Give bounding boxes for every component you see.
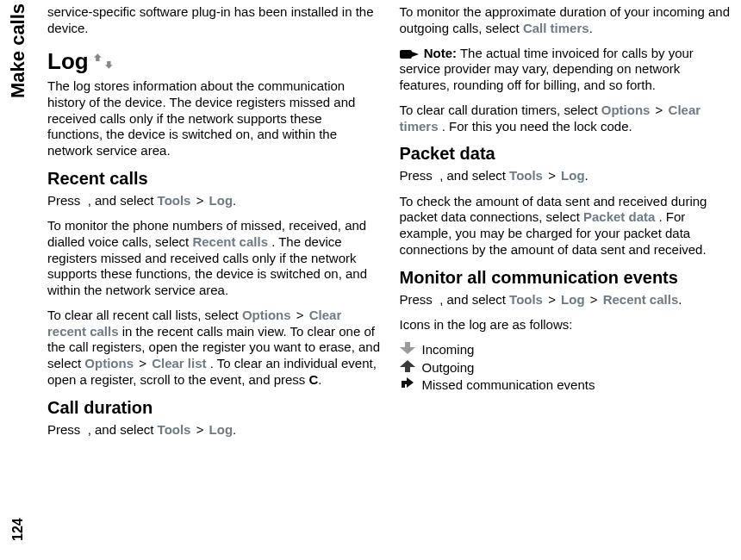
separator: > [295, 308, 306, 324]
heading-call-duration: Call duration [47, 397, 381, 419]
note-label: Note: [424, 46, 457, 60]
link-log[interactable]: Log [209, 422, 234, 437]
link-tools[interactable]: Tools [509, 168, 543, 183]
link-call-timers[interactable]: Call timers [523, 21, 589, 35]
packet-body: To check the amount of data sent and rec… [400, 194, 733, 258]
t: Press [47, 422, 84, 437]
arrow-up-icon [400, 360, 415, 376]
log-body: The log stores information about the com… [47, 78, 381, 159]
link-recent-calls[interactable]: Recent calls [192, 234, 268, 249]
missed-icon [400, 377, 415, 394]
note-block: Note: The actual time invoiced for calls… [400, 46, 733, 94]
separator: > [546, 292, 557, 308]
t: , and select [88, 422, 158, 437]
link-recent-calls[interactable]: Recent calls [603, 292, 679, 307]
link-options[interactable]: Options [601, 103, 651, 117]
note-icon [400, 46, 424, 60]
separator: > [654, 103, 665, 119]
heading-monitor-events: Monitor all communication events [400, 267, 733, 289]
legend-label: Missed communication events [422, 377, 595, 394]
icons-intro: Icons in the log are as follows: [400, 317, 733, 333]
column-right: To monitor the approximate duration of y… [400, 4, 733, 556]
separator: > [195, 193, 206, 209]
column-left: service-specific software plug-in has be… [47, 4, 381, 556]
key-c: C [309, 372, 319, 387]
svg-marker-1 [105, 61, 113, 69]
t: , and select [439, 168, 509, 183]
svg-marker-20 [400, 342, 415, 354]
log-icon [94, 47, 116, 76]
recent-body-2: To clear all recent call lists, select O… [47, 308, 381, 389]
intro-text: service-specific software plug-in has be… [47, 4, 381, 37]
link-tools[interactable]: Tools [158, 422, 191, 437]
link-tools[interactable]: Tools [158, 193, 191, 208]
t: To clear all recent call lists, select [47, 308, 242, 322]
svg-marker-0 [94, 53, 102, 61]
t: Press [400, 292, 437, 307]
t: . For this you need the lock code. [442, 119, 632, 134]
sidebar: Make calls 124 [0, 0, 39, 560]
clear-timers-line: To clear call duration timers, select Op… [400, 103, 733, 135]
t: Press [47, 193, 84, 208]
separator: > [588, 292, 600, 308]
link-options[interactable]: Options [242, 308, 291, 322]
legend-missed: Missed communication events [400, 377, 733, 394]
heading-recent-calls: Recent calls [47, 168, 381, 190]
page-number: 124 [10, 518, 26, 541]
recent-body-1: To monitor the phone numbers of missed, … [47, 218, 381, 299]
link-tools[interactable]: Tools [509, 292, 543, 307]
svg-marker-21 [400, 360, 415, 372]
recent-press-line: Press , and select Tools > Log. [47, 193, 381, 209]
duration-body: To monitor the approximate duration of y… [400, 4, 733, 37]
heading-log-text: Log [47, 47, 89, 76]
packet-press-line: Press , and select Tools > Log. [400, 168, 733, 184]
separator: > [195, 422, 206, 439]
link-options[interactable]: Options [84, 356, 134, 370]
heading-packet-data: Packet data [400, 143, 733, 165]
link-packet-data[interactable]: Packet data [583, 209, 655, 224]
legend-label: Incoming [422, 342, 475, 358]
section-tab: Make calls [7, 3, 29, 98]
heading-log: Log [47, 47, 381, 76]
link-clear-list[interactable]: Clear list [152, 356, 206, 370]
t: , and select [88, 193, 158, 208]
monitor-press-line: Press , and select Tools > Log > Recent … [400, 292, 733, 308]
link-log[interactable]: Log [561, 168, 585, 183]
t: , and select [439, 292, 509, 307]
content-columns: service-specific software plug-in has be… [0, 0, 741, 560]
svg-marker-11 [412, 52, 419, 57]
separator: > [137, 356, 148, 372]
legend-incoming: Incoming [400, 342, 733, 358]
legend-label: Outgoing [422, 360, 475, 376]
link-log[interactable]: Log [561, 292, 585, 307]
t: To clear call duration timers, select [400, 103, 601, 117]
legend-outgoing: Outgoing [400, 360, 733, 376]
svg-rect-10 [400, 50, 412, 59]
link-log[interactable]: Log [209, 193, 234, 208]
arrow-down-icon [400, 342, 415, 358]
t: Press [400, 168, 437, 183]
separator: > [546, 168, 557, 184]
duration-press-line: Press , and select Tools > Log. [47, 422, 381, 439]
